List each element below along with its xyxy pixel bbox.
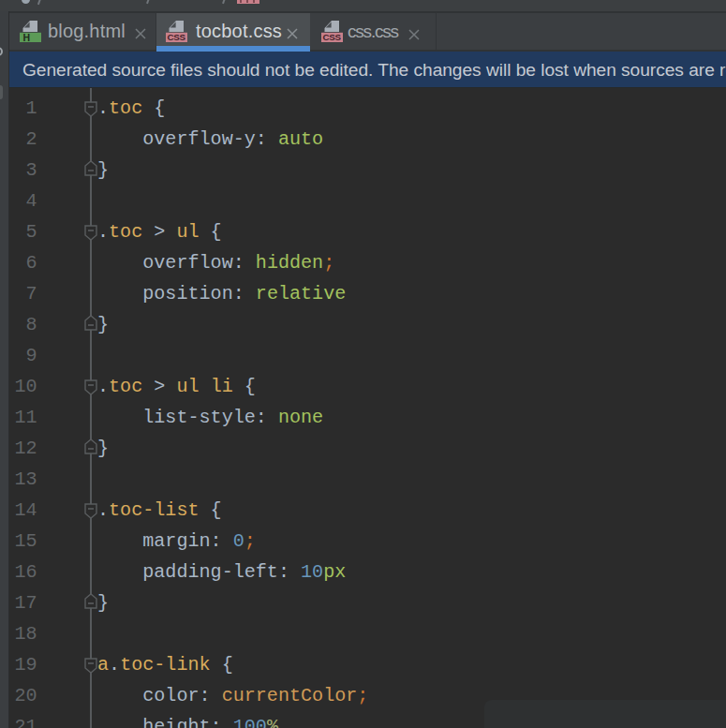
svg-text:CSS: CSS bbox=[167, 33, 185, 43]
svg-text:CSS: CSS bbox=[322, 33, 341, 43]
svg-text:H: H bbox=[23, 32, 31, 43]
